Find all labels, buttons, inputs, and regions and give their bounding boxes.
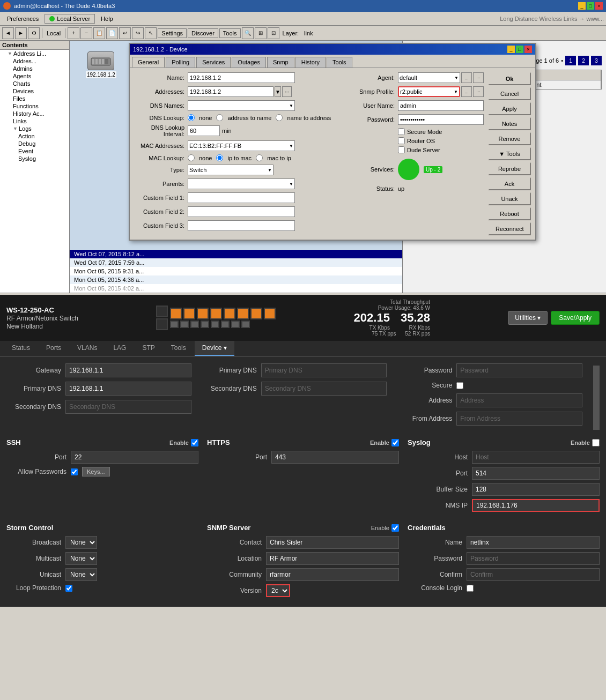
port-b1[interactable] bbox=[170, 321, 179, 328]
save-apply-button[interactable]: Save/Apply bbox=[551, 311, 600, 325]
parents-dropdown[interactable]: ▼ bbox=[188, 178, 295, 189]
port-b3[interactable] bbox=[190, 321, 199, 328]
dns-names-dropdown[interactable]: ▼ bbox=[188, 100, 295, 111]
settings-button[interactable]: ⚙ bbox=[28, 27, 40, 39]
tree-item-addresslist[interactable]: ▼ Address Li... bbox=[0, 50, 69, 57]
tree-item-syslog[interactable]: Syslog bbox=[0, 155, 69, 162]
version-select[interactable]: 2c 1 3 bbox=[266, 584, 290, 597]
router-os-checkbox[interactable] bbox=[398, 137, 405, 144]
ok-button[interactable]: Ok bbox=[488, 72, 531, 85]
agent-dropdown[interactable]: default ▼ bbox=[398, 72, 460, 83]
tab-outages[interactable]: Outages bbox=[232, 57, 266, 68]
snmp-enable-checkbox[interactable] bbox=[391, 524, 399, 532]
tab-stp[interactable]: STP bbox=[135, 341, 162, 356]
log-entry-more[interactable]: Mon Oct 05, 2015 4:02 a... bbox=[70, 284, 402, 293]
syslog-enable-checkbox[interactable] bbox=[592, 439, 600, 446]
local-server-button[interactable]: Local Server bbox=[45, 14, 95, 24]
tree-item-history[interactable]: History Ac... bbox=[0, 110, 69, 117]
cred-password-input[interactable] bbox=[467, 552, 600, 565]
tab-snmp[interactable]: Snmp bbox=[267, 57, 294, 68]
type-dropdown[interactable]: Switch ▼ bbox=[188, 165, 274, 175]
broadcast-select[interactable]: None bbox=[65, 536, 97, 549]
discover-dropdown[interactable]: Discover bbox=[188, 28, 218, 38]
contact-input[interactable] bbox=[266, 536, 399, 549]
password-input[interactable] bbox=[398, 114, 484, 125]
tree-item-charts[interactable]: Charts bbox=[0, 80, 69, 87]
dns-lookup-atn[interactable] bbox=[216, 114, 223, 121]
tab-vlans[interactable]: VLANs bbox=[70, 341, 105, 356]
tree-item-debug[interactable]: Debug bbox=[0, 140, 69, 147]
port-6[interactable] bbox=[237, 308, 249, 319]
gateway-input[interactable] bbox=[65, 363, 191, 377]
maximize-button[interactable]: □ bbox=[587, 2, 594, 10]
pointer-button[interactable]: ↖ bbox=[145, 27, 157, 39]
tab-device[interactable]: Device ▾ bbox=[195, 341, 234, 356]
dns-lookup-nta[interactable] bbox=[276, 114, 283, 121]
reconnect-button[interactable]: Reconnect bbox=[488, 222, 531, 235]
dns-lookup-none[interactable] bbox=[188, 114, 195, 121]
snmp-extra-btn[interactable]: ··· bbox=[473, 86, 484, 97]
port-7[interactable] bbox=[250, 308, 262, 319]
addresses-extra-btn[interactable]: ··· bbox=[282, 86, 292, 97]
reprobe-button[interactable]: Reprobe bbox=[488, 162, 531, 175]
help-menu[interactable]: Help bbox=[96, 14, 118, 24]
cred-name-input[interactable] bbox=[467, 536, 600, 549]
mac-addr-dropdown[interactable]: EC:13:B2:FF:FF:FB ▼ bbox=[188, 140, 295, 151]
port-2[interactable] bbox=[183, 308, 195, 319]
tab-lag[interactable]: LAG bbox=[106, 341, 134, 356]
loop-protection-checkbox[interactable] bbox=[65, 585, 72, 592]
tree-item-address[interactable]: Addres... bbox=[0, 57, 69, 65]
port-3[interactable] bbox=[197, 308, 209, 319]
page-1-button[interactable]: 1 bbox=[565, 56, 576, 65]
ack-button[interactable]: Ack bbox=[488, 177, 531, 190]
name-input[interactable] bbox=[188, 72, 295, 83]
custom3-input[interactable] bbox=[188, 220, 295, 231]
tree-item-action[interactable]: Action bbox=[0, 132, 69, 140]
tab-polling[interactable]: Polling bbox=[166, 57, 195, 68]
tab-tools[interactable]: Tools bbox=[164, 341, 194, 356]
primary-dns-left-input[interactable] bbox=[65, 382, 191, 396]
tab-services[interactable]: Services bbox=[196, 57, 231, 68]
preferences-menu[interactable]: Preferences bbox=[2, 14, 43, 24]
nms-ip-input[interactable] bbox=[472, 499, 600, 512]
add-button[interactable]: + bbox=[68, 27, 79, 39]
notes-button[interactable]: Notes bbox=[488, 117, 531, 130]
syslog-port-input[interactable] bbox=[472, 467, 600, 480]
agent-edit-btn[interactable]: ... bbox=[461, 72, 472, 83]
cancel-button[interactable]: Cancel bbox=[488, 87, 531, 100]
page-3-button[interactable]: 3 bbox=[591, 56, 602, 65]
tree-item-agents[interactable]: Agents bbox=[0, 72, 69, 80]
right-scrollbar[interactable] bbox=[593, 366, 600, 430]
secure-mode-checkbox[interactable] bbox=[398, 128, 405, 135]
dude-server-checkbox[interactable] bbox=[398, 146, 405, 153]
settings-dropdown[interactable]: Settings bbox=[158, 28, 187, 38]
log-entry-1[interactable]: Wed Oct 07, 2015 7:59 a... bbox=[70, 258, 402, 267]
tree-item-files[interactable]: Files bbox=[0, 95, 69, 102]
close-button[interactable]: × bbox=[595, 2, 603, 10]
grid-button[interactable]: ⊞ bbox=[255, 27, 267, 39]
tab-ports[interactable]: Ports bbox=[39, 341, 69, 356]
syslog-host-input[interactable] bbox=[472, 451, 600, 464]
tree-item-functions[interactable]: Functions bbox=[0, 102, 69, 110]
port-b7[interactable] bbox=[231, 321, 240, 328]
syslog-buffersize-input[interactable] bbox=[472, 483, 600, 496]
port-b4[interactable] bbox=[201, 321, 209, 328]
https-port-input[interactable] bbox=[271, 451, 399, 464]
search-button[interactable]: 🔍 bbox=[242, 27, 254, 39]
dns-interval-input[interactable] bbox=[188, 125, 220, 136]
mac-lookup-iptomac[interactable] bbox=[216, 154, 223, 161]
paste-button[interactable]: 📄 bbox=[106, 27, 118, 39]
agent-extra-btn[interactable]: ··· bbox=[473, 72, 484, 83]
page-2-button[interactable]: 2 bbox=[578, 56, 589, 65]
console-login-checkbox[interactable] bbox=[467, 585, 474, 592]
password-right-input[interactable] bbox=[456, 363, 582, 377]
port-8[interactable] bbox=[264, 308, 276, 319]
tree-item-devices[interactable]: Devices bbox=[0, 87, 69, 95]
unack-button[interactable]: Unack bbox=[488, 192, 531, 205]
port-5[interactable] bbox=[224, 308, 235, 319]
community-input[interactable] bbox=[266, 568, 399, 581]
port-b6[interactable] bbox=[221, 321, 230, 328]
forward-button[interactable]: ► bbox=[15, 27, 27, 39]
zoom-button[interactable]: ⊡ bbox=[268, 27, 279, 39]
tree-item-event[interactable]: Event bbox=[0, 147, 69, 155]
